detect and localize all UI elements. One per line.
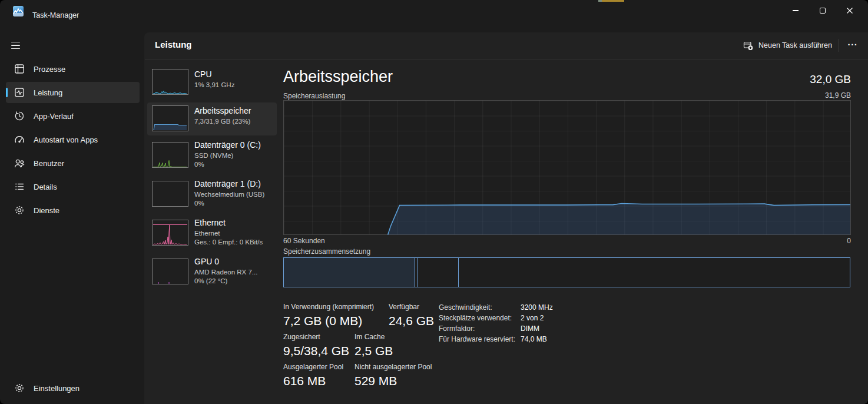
stat-label: Ausgelagerter Pool: [283, 363, 343, 371]
device-name: Datenträger 0 (C:): [194, 140, 261, 150]
device-subtitle: Ethernet: [194, 229, 220, 238]
device-name: GPU 0: [194, 257, 219, 266]
run-new-task-button[interactable]: Neuen Task ausführen: [737, 37, 838, 54]
sidebar-item-app-verlauf[interactable]: App-Verlauf: [6, 105, 140, 127]
run-new-task-label: Neuen Task ausführen: [758, 41, 832, 49]
stat-value: 529 MB: [355, 374, 397, 388]
users-icon: [14, 157, 25, 169]
device-stats: 1% 3,91 GHz: [194, 81, 234, 90]
stat-value: 616 MB: [283, 374, 326, 388]
chart-x-left-label: 60 Sekunden: [283, 237, 325, 245]
stat-label: Nicht ausgelagerter Pool: [355, 363, 432, 371]
app-logo-icon: [13, 6, 24, 16]
minimize-icon: [793, 10, 799, 11]
device-name: CPU: [194, 69, 212, 79]
device-subtitle: Wechselmedium (USB): [194, 190, 264, 199]
stat-value: 7,2 GB (0 MB): [283, 314, 362, 328]
page-title: Leistung: [155, 39, 192, 49]
app-history-icon: [14, 110, 25, 122]
device-stats: 0%: [194, 160, 204, 169]
detail-value: 3200 MHz: [521, 303, 553, 312]
more-options-button[interactable]: ...: [842, 35, 863, 53]
sidebar-item-leistung[interactable]: Leistung: [6, 82, 140, 103]
maximize-icon: [820, 8, 826, 14]
memory-usage-chart: [283, 100, 851, 235]
stat-value: 9,5/38,4 GB: [283, 344, 349, 358]
disk1-sparkline: [152, 181, 188, 207]
stat-label: In Verwendung (komprimiert): [283, 303, 374, 311]
sidebar-item-label: Prozesse: [34, 65, 65, 74]
device-name: Ethernet: [194, 218, 226, 227]
detail-value: DIMM: [521, 324, 539, 333]
performance-icon: [14, 87, 25, 98]
device-name: Datenträger 1 (D:): [194, 179, 261, 188]
sidebar-item-einstellungen[interactable]: Einstellungen: [6, 377, 140, 399]
detail-label: Geschwindigkeit:: [439, 303, 492, 312]
memory-usage-area: [284, 101, 850, 236]
device-item-memory[interactable]: Arbeitsspeicher 7,3/31,9 GB (23%): [147, 102, 277, 135]
sidebar-item-label: Dienste: [34, 206, 59, 215]
detail-label: Für Hardware reserviert:: [439, 335, 515, 343]
sidebar-item-label: Benutzer: [34, 159, 64, 168]
header-divider: [839, 39, 839, 52]
maximize-button[interactable]: [809, 2, 836, 19]
sidebar-item-label: Leistung: [34, 88, 62, 97]
composition-divider: [458, 258, 459, 287]
task-manager-window: Task-Manager Prozesse Leistung App-Verla…: [0, 0, 868, 404]
stat-label: Im Cache: [355, 333, 385, 341]
device-item-ethernet[interactable]: Ethernet Ethernet Ges.: 0 Empf.: 0 KBit/…: [147, 217, 277, 253]
device-stats: 0% (22 °C): [194, 277, 227, 286]
startup-apps-icon: [14, 134, 25, 145]
sidebar-item-label: Details: [34, 183, 57, 191]
sidebar-item-details[interactable]: Details: [6, 176, 140, 197]
detail-label: Steckplätze verwendet:: [439, 314, 512, 322]
processes-icon: [14, 63, 25, 75]
selection-accent-bar: [6, 88, 8, 97]
device-item-gpu[interactable]: GPU 0 AMD Radeon RX 7... 0% (22 °C): [147, 256, 277, 292]
details-list-icon: [14, 181, 25, 193]
services-gear-icon: [14, 204, 25, 216]
stat-value: 24,6 GB: [389, 314, 434, 328]
device-subtitle: SSD (NVMe): [194, 151, 233, 160]
stat-label: Zugesichert: [283, 333, 320, 341]
navigation-menu-button[interactable]: [9, 38, 29, 53]
chart-y-max-label: 31,9 GB: [825, 91, 851, 100]
detail-value: 2 von 2: [521, 314, 544, 322]
composition-in-use-segment: [284, 258, 415, 287]
settings-gear-icon: [14, 382, 25, 394]
window-chrome: Task-Manager Prozesse Leistung App-Verla…: [0, 0, 868, 404]
header-separator: [145, 59, 868, 60]
device-stats: 0%: [194, 199, 204, 208]
device-item-cpu[interactable]: CPU 1% 3,91 GHz: [147, 66, 277, 101]
window-title: Task-Manager: [32, 11, 79, 19]
memory-section-title: Arbeitsspeicher: [283, 68, 393, 86]
sidebar-item-benutzer[interactable]: Benutzer: [6, 153, 140, 174]
cpu-sparkline: [152, 69, 188, 95]
close-icon: [846, 7, 853, 14]
composition-label: Speicherzusammensetzung: [283, 247, 370, 256]
stat-value: 2,5 GB: [355, 344, 393, 358]
sidebar-item-prozesse[interactable]: Prozesse: [6, 58, 140, 80]
device-item-disk1[interactable]: Datenträger 1 (D:) Wechselmedium (USB) 0…: [147, 178, 277, 214]
sidebar-item-dienste[interactable]: Dienste: [6, 200, 140, 221]
memory-composition-bar: [283, 257, 850, 287]
device-stats: 7,3/31,9 GB (23%): [194, 117, 250, 126]
memory-sparkline: [152, 105, 188, 131]
composition-divider: [418, 258, 419, 287]
window-controls: [782, 2, 863, 19]
minimize-button[interactable]: [782, 2, 809, 19]
background-sliver: [602, 0, 624, 2]
settings-label: Einstellungen: [34, 384, 79, 393]
hamburger-icon: [11, 42, 20, 43]
device-name: Arbeitsspeicher: [194, 106, 251, 115]
ellipsis-icon: ...: [847, 37, 857, 47]
memory-total-capacity: 32,0 GB: [810, 73, 851, 86]
device-stats: Ges.: 0 Empf.: 0 KBit/s: [194, 238, 263, 247]
sidebar-item-label: Autostart von Apps: [34, 135, 98, 144]
close-button[interactable]: [836, 2, 863, 19]
sidebar-item-autostart[interactable]: Autostart von Apps: [6, 129, 140, 150]
usage-chart-label: Speicherauslastung: [283, 92, 345, 100]
new-task-icon: [743, 41, 753, 51]
device-item-disk0[interactable]: Datenträger 0 (C:) SSD (NVMe) 0%: [147, 139, 277, 175]
device-subtitle: AMD Radeon RX 7...: [194, 268, 257, 277]
